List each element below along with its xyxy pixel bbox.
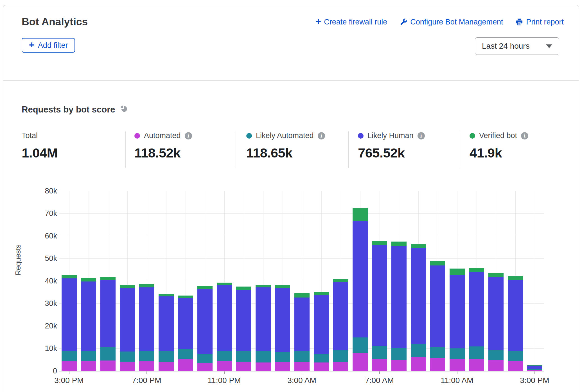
automated-dot-icon bbox=[134, 133, 140, 139]
section-title-row: Requests by bot score bbox=[22, 104, 128, 115]
segment-likely-human bbox=[314, 295, 329, 354]
x-tick-label: 11:00 PM bbox=[208, 376, 241, 385]
segment-verified-bot bbox=[430, 261, 445, 265]
y-tick-label: 10k bbox=[45, 344, 57, 353]
segment-verified-bot bbox=[236, 287, 251, 290]
segment-automated bbox=[197, 363, 213, 371]
stat-automated-label: Automated bbox=[144, 131, 181, 140]
bar-700am[interactable] bbox=[372, 241, 387, 371]
plot-area[interactable] bbox=[59, 191, 544, 371]
stat-likely-human: Likely Human i 765.52k bbox=[358, 131, 425, 161]
segment-likely-automated bbox=[100, 347, 116, 361]
segment-automated bbox=[139, 361, 154, 371]
bar-1000am[interactable] bbox=[430, 261, 445, 371]
segment-automated bbox=[469, 359, 484, 371]
add-filter-label: Add filter bbox=[38, 41, 68, 50]
stat-divider bbox=[348, 131, 349, 168]
segment-verified-bot bbox=[139, 284, 154, 287]
segment-likely-automated bbox=[197, 354, 213, 363]
segment-likely-human bbox=[62, 278, 77, 351]
segment-likely-automated bbox=[411, 344, 426, 357]
likely-automated-dot-icon bbox=[246, 133, 252, 139]
bar-300am[interactable] bbox=[294, 293, 310, 371]
create-firewall-rule-link[interactable]: + Create firewall rule bbox=[315, 17, 387, 27]
bar-1200pm[interactable] bbox=[469, 268, 484, 371]
requests-by-bot-score-chart: Requests 80k70k60k50k40k30k20k10k0 3:00 … bbox=[3, 180, 582, 392]
segment-verified-bot bbox=[353, 208, 368, 221]
bar-900pm[interactable] bbox=[178, 296, 193, 371]
segment-likely-automated bbox=[488, 350, 504, 360]
y-tick-label: 70k bbox=[45, 209, 57, 218]
segment-automated bbox=[294, 362, 310, 371]
stat-automated: Automated i 118.52k bbox=[134, 131, 192, 161]
segment-likely-human bbox=[488, 277, 504, 350]
gridline bbox=[59, 191, 544, 191]
y-tick-label: 0 bbox=[53, 367, 57, 375]
stat-verified-bot: Verified bot i 41.9k bbox=[470, 131, 528, 161]
bar-300pm[interactable] bbox=[62, 275, 77, 371]
info-icon[interactable]: i bbox=[318, 132, 325, 139]
bar-600pm[interactable] bbox=[120, 285, 135, 371]
segment-verified-bot bbox=[81, 278, 96, 281]
bar-400pm[interactable] bbox=[81, 278, 96, 371]
y-tick-label: 60k bbox=[45, 232, 57, 240]
bar-100pm[interactable] bbox=[488, 273, 504, 371]
x-tick-label: 3:00 PM bbox=[520, 376, 549, 385]
bar-1100pm[interactable] bbox=[217, 283, 232, 371]
segment-likely-automated bbox=[294, 351, 310, 362]
x-tick-label: 3:00 AM bbox=[287, 376, 316, 385]
segment-likely-human bbox=[100, 280, 116, 347]
y-tick-label: 20k bbox=[45, 322, 57, 330]
create-firewall-rule-label: Create firewall rule bbox=[324, 18, 387, 26]
configure-bot-management-label: Configure Bot Management bbox=[410, 18, 503, 26]
segment-verified-bot bbox=[469, 268, 484, 272]
segment-likely-human bbox=[508, 280, 523, 351]
gridline bbox=[59, 213, 544, 214]
bar-100am[interactable] bbox=[256, 285, 271, 371]
segment-automated bbox=[178, 359, 193, 371]
segment-likely-automated bbox=[353, 337, 368, 353]
bar-200am[interactable] bbox=[275, 285, 290, 371]
segment-verified-bot bbox=[178, 296, 193, 298]
bar-500am[interactable] bbox=[333, 279, 348, 371]
segment-likely-automated bbox=[217, 351, 232, 361]
bar-1200am[interactable] bbox=[236, 287, 251, 371]
bar-800am[interactable] bbox=[391, 242, 407, 371]
segment-automated bbox=[353, 353, 368, 371]
stat-verified-bot-label: Verified bot bbox=[479, 131, 517, 140]
segment-likely-human bbox=[391, 246, 407, 348]
bar-1000pm[interactable] bbox=[197, 286, 213, 371]
info-icon[interactable]: i bbox=[418, 132, 425, 139]
segment-likely-automated bbox=[391, 348, 407, 360]
bar-700pm[interactable] bbox=[139, 284, 154, 371]
bar-900am[interactable] bbox=[411, 244, 426, 371]
bar-1100am[interactable] bbox=[450, 269, 465, 371]
add-filter-button[interactable]: + Add filter bbox=[22, 38, 75, 53]
bar-800pm[interactable] bbox=[159, 294, 174, 371]
segment-likely-human bbox=[275, 288, 290, 352]
segment-automated bbox=[411, 357, 426, 371]
bar-200pm[interactable] bbox=[508, 276, 523, 371]
bar-600am[interactable] bbox=[353, 208, 368, 371]
configure-bot-management-link[interactable]: Configure Bot Management bbox=[400, 18, 503, 26]
segment-verified-bot bbox=[256, 285, 271, 288]
info-icon[interactable]: i bbox=[185, 132, 192, 139]
segment-verified-bot bbox=[450, 269, 465, 275]
segment-likely-human bbox=[178, 298, 193, 349]
segment-automated bbox=[391, 360, 407, 371]
segment-verified-bot bbox=[217, 283, 232, 285]
segment-verified-bot bbox=[294, 293, 310, 298]
bar-500pm[interactable] bbox=[100, 277, 116, 371]
gridline bbox=[59, 236, 544, 236]
segment-automated bbox=[508, 361, 523, 371]
segment-automated bbox=[314, 362, 329, 371]
segment-automated bbox=[256, 362, 271, 371]
x-tick-mark bbox=[457, 371, 457, 374]
info-icon[interactable]: i bbox=[521, 132, 528, 139]
segment-automated bbox=[217, 361, 232, 371]
stat-automated-value: 118.52k bbox=[134, 145, 192, 161]
print-report-link[interactable]: Print report bbox=[515, 18, 564, 26]
bar-300pm[interactable] bbox=[527, 365, 542, 371]
bar-400am[interactable] bbox=[314, 292, 329, 371]
time-range-select[interactable]: Last 24 hours bbox=[475, 37, 559, 55]
